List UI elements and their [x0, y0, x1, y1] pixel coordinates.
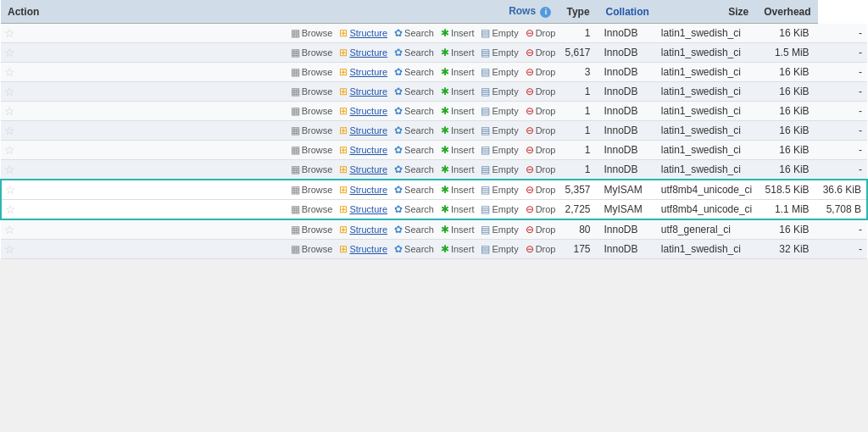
empty-button[interactable]: ▤Empty — [478, 183, 520, 197]
drop-button[interactable]: ⊖Drop — [523, 46, 559, 59]
search-button[interactable]: ✿Search — [392, 124, 437, 137]
insert-button[interactable]: ✱Insert — [438, 202, 477, 216]
empty-button[interactable]: ▤Empty — [478, 143, 520, 157]
structure-button[interactable]: ⊞Structure — [337, 124, 390, 137]
favorite-star[interactable]: ☆ — [4, 143, 15, 157]
drop-button[interactable]: ⊖Drop — [523, 163, 559, 176]
browse-button[interactable]: ▦Browse — [288, 26, 336, 40]
favorite-star[interactable]: ☆ — [4, 65, 15, 79]
search-button[interactable]: ✿Search — [392, 223, 437, 236]
empty-button[interactable]: ▤Empty — [478, 202, 520, 216]
browse-label: Browse — [302, 145, 333, 155]
overhead-value: - — [818, 160, 867, 180]
drop-label: Drop — [536, 164, 556, 174]
search-button[interactable]: ✿Search — [392, 26, 437, 40]
structure-button[interactable]: ⊞Structure — [337, 65, 390, 79]
search-button[interactable]: ✿Search — [392, 163, 437, 176]
browse-button[interactable]: ▦Browse — [288, 46, 336, 59]
structure-button[interactable]: ⊞Structure — [337, 46, 390, 59]
size-value: 16 KiB — [757, 24, 817, 43]
drop-button[interactable]: ⊖Drop — [523, 242, 559, 256]
empty-button[interactable]: ▤Empty — [478, 242, 520, 256]
structure-button[interactable]: ⊞Structure — [337, 183, 390, 197]
search-button[interactable]: ✿Search — [392, 85, 437, 98]
insert-button[interactable]: ✱Insert — [438, 104, 477, 118]
empty-button[interactable]: ▤Empty — [478, 26, 520, 40]
browse-button[interactable]: ▦Browse — [288, 163, 336, 176]
browse-button[interactable]: ▦Browse — [288, 124, 336, 137]
rows-info-icon[interactable]: i — [540, 7, 551, 18]
drop-button[interactable]: ⊖Drop — [523, 104, 559, 118]
search-button[interactable]: ✿Search — [392, 202, 437, 216]
empty-button[interactable]: ▤Empty — [478, 65, 520, 79]
search-button[interactable]: ✿Search — [392, 242, 437, 256]
favorite-star[interactable]: ☆ — [4, 46, 15, 59]
insert-button[interactable]: ✱Insert — [438, 183, 477, 197]
browse-button[interactable]: ▦Browse — [288, 65, 336, 79]
empty-button[interactable]: ▤Empty — [478, 124, 520, 137]
favorite-star[interactable]: ☆ — [4, 242, 15, 256]
favorite-star[interactable]: ☆ — [4, 104, 15, 118]
browse-button[interactable]: ▦Browse — [288, 104, 336, 118]
browse-button[interactable]: ▦Browse — [288, 143, 336, 157]
type-value: MyISAM — [599, 200, 656, 220]
insert-button[interactable]: ✱Insert — [438, 65, 477, 79]
search-icon: ✿ — [394, 125, 403, 136]
structure-button[interactable]: ⊞Structure — [337, 202, 390, 216]
structure-button[interactable]: ⊞Structure — [337, 85, 390, 98]
insert-button[interactable]: ✱Insert — [438, 85, 477, 98]
overhead-value: 5,708 B — [818, 200, 867, 220]
search-button[interactable]: ✿Search — [392, 183, 437, 197]
empty-button[interactable]: ▤Empty — [478, 163, 520, 176]
insert-button[interactable]: ✱Insert — [438, 46, 477, 59]
structure-button[interactable]: ⊞Structure — [337, 242, 390, 256]
insert-button[interactable]: ✱Insert — [438, 26, 477, 40]
browse-button[interactable]: ▦Browse — [288, 183, 336, 197]
empty-label: Empty — [492, 185, 518, 195]
browse-button[interactable]: ▦Browse — [288, 85, 336, 98]
drop-button[interactable]: ⊖Drop — [523, 183, 559, 197]
insert-button[interactable]: ✱Insert — [438, 124, 477, 137]
type-header: Type — [559, 0, 598, 24]
browse-button[interactable]: ▦Browse — [288, 242, 336, 256]
empty-button[interactable]: ▤Empty — [478, 104, 520, 118]
structure-button[interactable]: ⊞Structure — [337, 223, 390, 236]
structure-button[interactable]: ⊞Structure — [337, 163, 390, 176]
search-button[interactable]: ✿Search — [392, 46, 437, 59]
favorite-star[interactable]: ☆ — [4, 26, 15, 40]
insert-button[interactable]: ✱Insert — [438, 223, 477, 236]
rows-header[interactable]: Rows i — [287, 0, 560, 24]
favorite-star[interactable]: ☆ — [4, 124, 15, 137]
browse-button[interactable]: ▦Browse — [288, 223, 336, 236]
drop-button[interactable]: ⊖Drop — [523, 223, 559, 236]
drop-button[interactable]: ⊖Drop — [523, 85, 559, 98]
insert-label: Insert — [451, 145, 475, 155]
search-button[interactable]: ✿Search — [392, 104, 437, 118]
favorite-star[interactable]: ☆ — [4, 223, 15, 236]
insert-button[interactable]: ✱Insert — [438, 143, 477, 157]
favorite-star[interactable]: ☆ — [4, 85, 15, 98]
insert-button[interactable]: ✱Insert — [438, 163, 477, 176]
search-button[interactable]: ✿Search — [392, 65, 437, 79]
drop-button[interactable]: ⊖Drop — [523, 143, 559, 157]
favorite-star[interactable]: ☆ — [4, 163, 15, 176]
search-button[interactable]: ✿Search — [392, 143, 437, 157]
structure-button[interactable]: ⊞Structure — [337, 104, 390, 118]
collation-header[interactable]: Collation — [599, 0, 656, 24]
empty-icon: ▤ — [481, 144, 490, 156]
favorite-star[interactable]: ☆ — [5, 183, 16, 197]
insert-button[interactable]: ✱Insert — [438, 242, 477, 256]
drop-button[interactable]: ⊖Drop — [523, 124, 559, 137]
structure-button[interactable]: ⊞Structure — [337, 143, 390, 157]
search-label: Search — [404, 86, 434, 97]
favorite-star[interactable]: ☆ — [5, 202, 16, 216]
drop-icon: ⊖ — [526, 184, 534, 196]
empty-button[interactable]: ▤Empty — [478, 46, 520, 59]
drop-button[interactable]: ⊖Drop — [523, 202, 559, 216]
browse-button[interactable]: ▦Browse — [288, 202, 336, 216]
empty-button[interactable]: ▤Empty — [478, 85, 520, 98]
drop-button[interactable]: ⊖Drop — [523, 26, 559, 40]
empty-button[interactable]: ▤Empty — [478, 223, 520, 236]
drop-button[interactable]: ⊖Drop — [523, 65, 559, 79]
structure-button[interactable]: ⊞Structure — [337, 26, 390, 40]
